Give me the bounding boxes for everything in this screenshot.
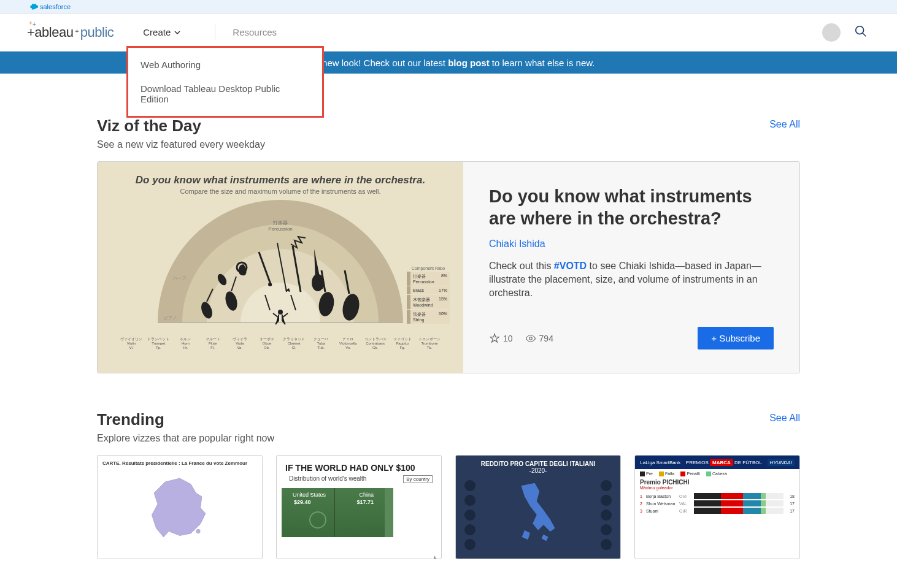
salesforce-logo[interactable]: salesforce: [29, 3, 71, 10]
trending-card-1[interactable]: CARTE. Résultats présidentielle : La Fra…: [97, 455, 263, 559]
svg-point-3: [278, 310, 283, 315]
votd-thumbnail[interactable]: Do you know what instruments are where i…: [98, 162, 463, 373]
france-map-icon: [140, 471, 220, 544]
search-button[interactable]: [852, 22, 870, 43]
banner-link[interactable]: blog post: [448, 58, 490, 68]
avatar[interactable]: [822, 23, 841, 42]
votd-see-all[interactable]: See All: [769, 119, 800, 130]
table-row: 1Borja BastónOVI18: [635, 492, 799, 500]
votd-description: Check out this #VOTD to see Chiaki Ishid…: [489, 259, 774, 300]
trending-card-4[interactable]: LaLiga SmartBank PREMIOS MARCA DE FÚTBOL…: [634, 455, 800, 559]
nav: Create Resources: [143, 25, 277, 40]
italy-map-icon: [504, 478, 572, 545]
votd-author[interactable]: Chiaki Ishida: [489, 239, 774, 250]
cloud-icon: [29, 4, 38, 10]
votd-section-sub: See a new viz featured every weekday: [97, 139, 265, 150]
salesforce-bar: salesforce: [0, 0, 897, 13]
svg-point-26: [196, 529, 200, 533]
svg-text:Percussion: Percussion: [268, 226, 293, 232]
svg-text:ハープ.: ハープ.: [172, 276, 187, 280]
votd-card: Do you know what instruments are where i…: [97, 161, 800, 373]
trending-card-3[interactable]: REDDITO PRO CAPITE DEGLI ITALIANI -2020-: [455, 455, 621, 559]
logo[interactable]: +++ableau++public: [27, 25, 114, 40]
search-icon: [854, 25, 868, 38]
votd-info: Do you know what instruments are where i…: [463, 162, 799, 373]
table-row: 2Shon WeismanVAL17: [635, 500, 799, 507]
dropdown-web-authoring[interactable]: Web Authoring: [128, 53, 322, 77]
trending-section-title: Trending: [97, 410, 274, 429]
svg-text:ピアノ.: ピアノ.: [164, 316, 178, 320]
svg-text:打楽器: 打楽器: [272, 220, 288, 226]
create-dropdown: Web Authoring Download Tableau Desktop P…: [126, 46, 324, 118]
votd-title: Do you know what instruments are where i…: [489, 185, 774, 230]
trending-card-2[interactable]: IF THE WORLD HAD ONLY $100 Distribution …: [276, 455, 442, 559]
svg-line-1: [863, 32, 866, 36]
eye-icon: [525, 333, 536, 344]
votd-views: 794: [525, 333, 553, 344]
subscribe-button[interactable]: + Subscribe: [698, 327, 774, 349]
table-row: 3StuaniGIR17: [635, 507, 799, 514]
svg-point-25: [529, 337, 532, 340]
votd-section-title: Viz of the Day: [97, 116, 265, 136]
nav-resources[interactable]: Resources: [215, 25, 277, 40]
chevron-down-icon: [174, 31, 180, 34]
nav-create[interactable]: Create: [143, 25, 180, 40]
votd-hashtag[interactable]: #VOTD: [554, 261, 587, 271]
dropdown-download-desktop[interactable]: Download Tableau Desktop Public Edition: [128, 77, 322, 111]
trending-section-sub: Explore vizzes that are popular right no…: [97, 433, 274, 444]
svg-point-0: [856, 26, 864, 34]
star-icon: [489, 333, 500, 344]
trending-see-all[interactable]: See All: [769, 413, 800, 424]
svg-point-10: [268, 283, 272, 286]
votd-favorites[interactable]: 10: [489, 333, 513, 344]
